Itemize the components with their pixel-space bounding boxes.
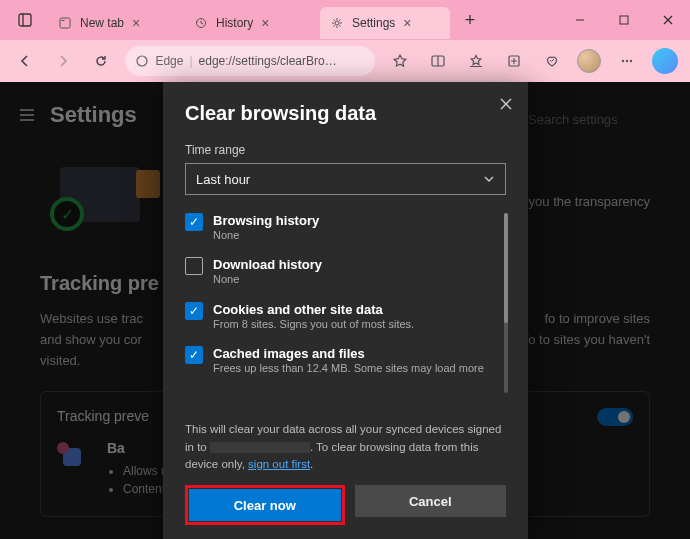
svg-rect-2: [60, 18, 70, 28]
option-title: Browsing history: [213, 213, 319, 228]
redacted-account: [210, 442, 310, 453]
option-subtitle: None: [213, 228, 319, 243]
back-button[interactable]: [8, 44, 42, 78]
option-title: Cached images and files: [213, 346, 484, 361]
favorites-button[interactable]: [459, 44, 493, 78]
highlight-box: Clear now: [185, 485, 345, 525]
address-bar[interactable]: Edge | edge://settings/clearBro…: [125, 46, 375, 76]
close-icon[interactable]: ×: [403, 16, 417, 30]
time-range-label: Time range: [185, 143, 506, 157]
option-title: Cookies and other site data: [213, 302, 414, 317]
svg-rect-3: [62, 20, 65, 21]
option-download-history[interactable]: Download history None: [185, 257, 506, 287]
option-subtitle: None: [213, 272, 322, 287]
browser-essentials-button[interactable]: [535, 44, 569, 78]
cancel-button[interactable]: Cancel: [355, 485, 507, 517]
svg-point-19: [630, 60, 632, 62]
checkbox[interactable]: [185, 257, 203, 275]
close-icon[interactable]: ×: [261, 16, 275, 30]
tab-actions-button[interactable]: [8, 3, 42, 37]
option-subtitle: Frees up less than 12.4 MB. Some sites m…: [213, 361, 484, 376]
sign-out-link[interactable]: sign out first: [248, 458, 310, 470]
tab-settings[interactable]: Settings ×: [320, 7, 450, 39]
new-tab-button[interactable]: +: [456, 10, 484, 31]
dialog-buttons: Clear now Cancel: [185, 485, 506, 525]
avatar: [577, 49, 601, 73]
page-icon: [58, 16, 72, 30]
time-range-select[interactable]: Last hour: [185, 163, 506, 195]
svg-rect-0: [19, 14, 31, 26]
scrollbar[interactable]: [504, 213, 508, 393]
sync-disclaimer: This will clear your data across all you…: [185, 421, 506, 473]
checkbox[interactable]: ✓: [185, 213, 203, 231]
svg-point-10: [137, 56, 147, 66]
favorite-button[interactable]: [383, 44, 417, 78]
svg-rect-7: [620, 16, 628, 24]
history-icon: [194, 16, 208, 30]
tab-strip: New tab × History × Settings × +: [0, 0, 492, 40]
option-cookies[interactable]: ✓ Cookies and other site data From 8 sit…: [185, 302, 506, 332]
checkbox[interactable]: ✓: [185, 346, 203, 364]
svg-point-17: [622, 60, 624, 62]
edge-icon: [135, 54, 149, 68]
options-list: ✓ Browsing history None Download history…: [185, 213, 506, 391]
option-subtitle: From 8 sites. Signs you out of most site…: [213, 317, 414, 332]
maximize-button[interactable]: [602, 0, 646, 40]
select-value: Last hour: [196, 172, 250, 187]
dialog-title: Clear browsing data: [185, 102, 506, 125]
gear-icon: [330, 16, 344, 30]
copilot-button[interactable]: [648, 44, 682, 78]
forward-button[interactable]: [46, 44, 80, 78]
tab-history[interactable]: History ×: [184, 7, 314, 39]
tab-new-tab[interactable]: New tab ×: [48, 7, 178, 39]
more-button[interactable]: [610, 44, 644, 78]
close-icon[interactable]: ×: [132, 16, 146, 30]
copilot-icon: [652, 48, 678, 74]
refresh-button[interactable]: [84, 44, 118, 78]
minimize-button[interactable]: [558, 0, 602, 40]
split-screen-button[interactable]: [421, 44, 455, 78]
clear-browsing-data-dialog: Clear browsing data Time range Last hour…: [163, 82, 528, 539]
option-title: Download history: [213, 257, 322, 272]
settings-page: Settings ✓ g you the transparency Tracki…: [0, 82, 690, 539]
chevron-down-icon: [483, 173, 495, 185]
collections-button[interactable]: [497, 44, 531, 78]
browser-toolbar: Edge | edge://settings/clearBro…: [0, 40, 690, 82]
url-text: edge://settings/clearBro…: [199, 54, 337, 68]
option-cache[interactable]: ✓ Cached images and files Frees up less …: [185, 346, 506, 376]
svg-point-18: [626, 60, 628, 62]
clear-now-button[interactable]: Clear now: [189, 489, 341, 521]
tab-label: Settings: [352, 16, 395, 30]
tab-label: History: [216, 16, 253, 30]
url-scheme-label: Edge: [155, 54, 183, 68]
option-browsing-history[interactable]: ✓ Browsing history None: [185, 213, 506, 243]
profile-button[interactable]: [573, 44, 607, 78]
tab-label: New tab: [80, 16, 124, 30]
window-controls: [558, 0, 690, 40]
close-button[interactable]: [646, 0, 690, 40]
window-titlebar: New tab × History × Settings × +: [0, 0, 690, 40]
dialog-close-button[interactable]: [494, 92, 518, 116]
checkbox[interactable]: ✓: [185, 302, 203, 320]
svg-point-5: [335, 21, 339, 25]
